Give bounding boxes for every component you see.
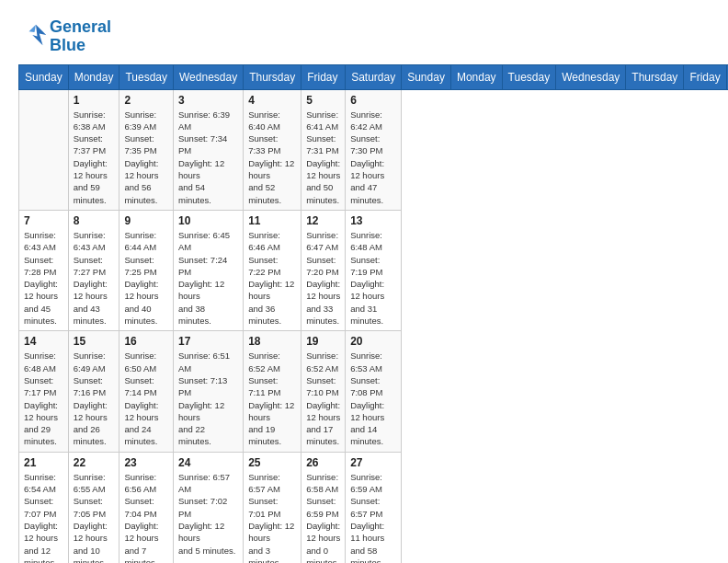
page-header: General Blue — [18, 18, 710, 55]
day-info: Sunrise: 6:43 AM Sunset: 7:27 PM Dayligh… — [74, 229, 115, 327]
calendar-cell: 19Sunrise: 6:52 AM Sunset: 7:10 PM Dayli… — [301, 331, 346, 452]
day-info: Sunrise: 6:51 AM Sunset: 7:13 PM Dayligh… — [178, 350, 238, 447]
calendar-cell: 3Sunrise: 6:39 AM Sunset: 7:34 PM Daylig… — [174, 89, 244, 210]
weekday-header: Thursday — [626, 64, 684, 89]
weekday-header: Friday — [301, 64, 346, 89]
logo-text: General Blue — [50, 18, 111, 55]
day-number: 19 — [306, 335, 340, 348]
calendar-cell: 18Sunrise: 6:52 AM Sunset: 7:11 PM Dayli… — [244, 331, 301, 452]
day-info: Sunrise: 6:44 AM Sunset: 7:25 PM Dayligh… — [124, 229, 168, 327]
logo: General Blue — [18, 18, 111, 55]
svg-marker-1 — [29, 25, 37, 32]
day-number: 20 — [350, 335, 396, 348]
day-info: Sunrise: 6:56 AM Sunset: 7:04 PM Dayligh… — [124, 471, 168, 563]
weekday-header: Friday — [684, 64, 726, 89]
day-number: 18 — [248, 335, 296, 348]
day-number: 13 — [350, 214, 396, 227]
weekday-header: Wednesday — [174, 64, 244, 89]
day-info: Sunrise: 6:55 AM Sunset: 7:05 PM Dayligh… — [74, 471, 115, 563]
day-number: 2 — [124, 94, 168, 107]
day-number: 10 — [178, 214, 238, 227]
day-info: Sunrise: 6:41 AM Sunset: 7:31 PM Dayligh… — [306, 109, 340, 206]
calendar-cell — [19, 89, 69, 210]
calendar-cell: 8Sunrise: 6:43 AM Sunset: 7:27 PM Daylig… — [68, 210, 119, 330]
day-info: Sunrise: 6:38 AM Sunset: 7:37 PM Dayligh… — [74, 109, 115, 206]
day-number: 3 — [178, 94, 238, 107]
day-info: Sunrise: 6:39 AM Sunset: 7:34 PM Dayligh… — [178, 109, 238, 206]
day-number: 11 — [248, 214, 296, 227]
day-number: 26 — [306, 456, 340, 469]
day-number: 1 — [74, 94, 115, 107]
day-number: 15 — [74, 335, 115, 348]
calendar-cell: 6Sunrise: 6:42 AM Sunset: 7:30 PM Daylig… — [346, 89, 402, 210]
day-info: Sunrise: 6:42 AM Sunset: 7:30 PM Dayligh… — [350, 109, 396, 206]
day-info: Sunrise: 6:47 AM Sunset: 7:20 PM Dayligh… — [306, 229, 340, 327]
calendar-cell: 26Sunrise: 6:58 AM Sunset: 6:59 PM Dayli… — [301, 452, 346, 563]
weekday-header: Thursday — [244, 64, 301, 89]
day-number: 6 — [350, 94, 396, 107]
calendar-week-row: 7Sunrise: 6:43 AM Sunset: 7:28 PM Daylig… — [19, 210, 729, 330]
day-info: Sunrise: 6:53 AM Sunset: 7:08 PM Dayligh… — [350, 350, 396, 447]
calendar-cell: 5Sunrise: 6:41 AM Sunset: 7:31 PM Daylig… — [301, 89, 346, 210]
weekday-header: Monday — [450, 64, 502, 89]
day-number: 27 — [350, 456, 396, 469]
calendar-cell: 14Sunrise: 6:48 AM Sunset: 7:17 PM Dayli… — [19, 331, 69, 452]
day-info: Sunrise: 6:52 AM Sunset: 7:10 PM Dayligh… — [306, 350, 340, 447]
calendar-cell: 7Sunrise: 6:43 AM Sunset: 7:28 PM Daylig… — [19, 210, 69, 330]
day-info: Sunrise: 6:39 AM Sunset: 7:35 PM Dayligh… — [124, 109, 168, 206]
day-number: 25 — [248, 456, 296, 469]
calendar-cell: 17Sunrise: 6:51 AM Sunset: 7:13 PM Dayli… — [174, 331, 244, 452]
weekday-header: Wednesday — [556, 64, 626, 89]
day-number: 9 — [124, 214, 168, 227]
day-info: Sunrise: 6:40 AM Sunset: 7:33 PM Dayligh… — [248, 109, 296, 206]
day-number: 22 — [74, 456, 115, 469]
calendar-cell: 20Sunrise: 6:53 AM Sunset: 7:08 PM Dayli… — [346, 331, 402, 452]
day-number: 12 — [306, 214, 340, 227]
calendar-cell: 2Sunrise: 6:39 AM Sunset: 7:35 PM Daylig… — [119, 89, 174, 210]
calendar-cell: 11Sunrise: 6:46 AM Sunset: 7:22 PM Dayli… — [244, 210, 301, 330]
calendar-cell: 4Sunrise: 6:40 AM Sunset: 7:33 PM Daylig… — [244, 89, 301, 210]
weekday-header: Saturday — [346, 64, 402, 89]
calendar-week-row: 1Sunrise: 6:38 AM Sunset: 7:37 PM Daylig… — [19, 89, 729, 210]
weekday-header: Tuesday — [502, 64, 556, 89]
day-info: Sunrise: 6:43 AM Sunset: 7:28 PM Dayligh… — [24, 229, 63, 327]
calendar-cell: 23Sunrise: 6:56 AM Sunset: 7:04 PM Dayli… — [119, 452, 174, 563]
weekday-header: Sunday — [402, 64, 451, 89]
day-info: Sunrise: 6:57 AM Sunset: 7:01 PM Dayligh… — [248, 471, 296, 563]
calendar-week-row: 21Sunrise: 6:54 AM Sunset: 7:07 PM Dayli… — [19, 452, 729, 563]
day-info: Sunrise: 6:48 AM Sunset: 7:17 PM Dayligh… — [24, 350, 63, 447]
day-number: 4 — [248, 94, 296, 107]
calendar-cell: 24Sunrise: 6:57 AM Sunset: 7:02 PM Dayli… — [174, 452, 244, 563]
calendar-cell: 22Sunrise: 6:55 AM Sunset: 7:05 PM Dayli… — [68, 452, 119, 563]
weekday-header: Tuesday — [119, 64, 174, 89]
day-info: Sunrise: 6:46 AM Sunset: 7:22 PM Dayligh… — [248, 229, 296, 327]
day-info: Sunrise: 6:58 AM Sunset: 6:59 PM Dayligh… — [306, 471, 340, 563]
day-info: Sunrise: 6:59 AM Sunset: 6:57 PM Dayligh… — [350, 471, 396, 563]
calendar-cell: 21Sunrise: 6:54 AM Sunset: 7:07 PM Dayli… — [19, 452, 69, 563]
day-info: Sunrise: 6:50 AM Sunset: 7:14 PM Dayligh… — [124, 350, 168, 447]
day-number: 17 — [178, 335, 238, 348]
weekday-header: Sunday — [19, 64, 69, 89]
calendar-cell: 16Sunrise: 6:50 AM Sunset: 7:14 PM Dayli… — [119, 331, 174, 452]
calendar-cell: 27Sunrise: 6:59 AM Sunset: 6:57 PM Dayli… — [346, 452, 402, 563]
day-info: Sunrise: 6:54 AM Sunset: 7:07 PM Dayligh… — [24, 471, 63, 563]
day-number: 14 — [24, 335, 63, 348]
day-info: Sunrise: 6:52 AM Sunset: 7:11 PM Dayligh… — [248, 350, 296, 447]
calendar-cell: 13Sunrise: 6:48 AM Sunset: 7:19 PM Dayli… — [346, 210, 402, 330]
day-number: 7 — [24, 214, 63, 227]
calendar-header-row: SundayMondayTuesdayWednesdayThursdayFrid… — [19, 64, 729, 89]
weekday-header: Monday — [68, 64, 119, 89]
calendar-table: SundayMondayTuesdayWednesdayThursdayFrid… — [18, 64, 728, 563]
day-info: Sunrise: 6:45 AM Sunset: 7:24 PM Dayligh… — [178, 229, 238, 327]
calendar-cell: 9Sunrise: 6:44 AM Sunset: 7:25 PM Daylig… — [119, 210, 174, 330]
day-number: 23 — [124, 456, 168, 469]
day-number: 24 — [178, 456, 238, 469]
calendar-cell: 1Sunrise: 6:38 AM Sunset: 7:37 PM Daylig… — [68, 89, 119, 210]
day-number: 21 — [24, 456, 63, 469]
day-info: Sunrise: 6:57 AM Sunset: 7:02 PM Dayligh… — [178, 471, 238, 557]
day-info: Sunrise: 6:48 AM Sunset: 7:19 PM Dayligh… — [350, 229, 396, 327]
calendar-cell: 25Sunrise: 6:57 AM Sunset: 7:01 PM Dayli… — [244, 452, 301, 563]
calendar-cell: 12Sunrise: 6:47 AM Sunset: 7:20 PM Dayli… — [301, 210, 346, 330]
day-info: Sunrise: 6:49 AM Sunset: 7:16 PM Dayligh… — [74, 350, 115, 447]
calendar-week-row: 14Sunrise: 6:48 AM Sunset: 7:17 PM Dayli… — [19, 331, 729, 452]
